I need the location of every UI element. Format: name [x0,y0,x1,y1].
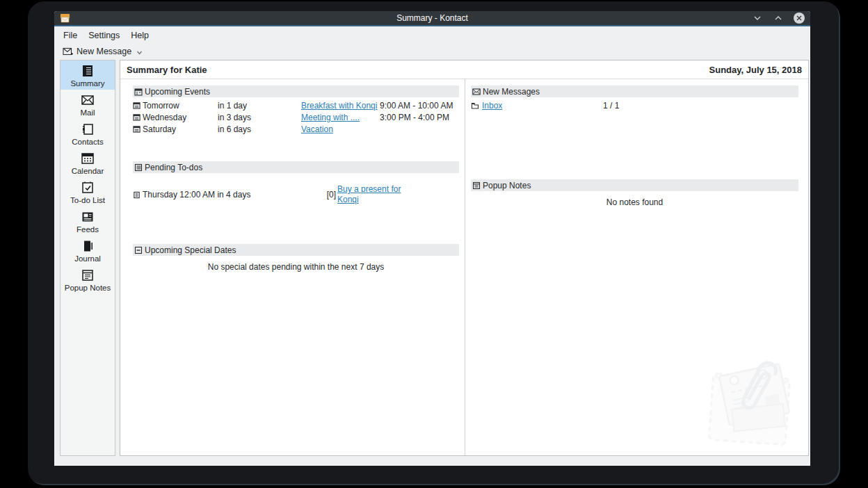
calendar-icon [133,113,140,121]
todo-list-icon [80,180,95,195]
summary-icon [80,63,95,79]
event-relative: in 1 day [218,101,301,111]
event-row: Wednesday in 3 days Meeting with .... 3:… [133,111,459,123]
popup-notes-empty: No notes found [471,197,798,207]
window-controls [752,13,805,24]
sidebar-item-label: Calendar [72,167,104,175]
current-date: Sunday, July 15, 2018 [709,65,802,75]
sidebar-item-label: Mail [80,108,95,117]
todo-link[interactable]: Buy a present for Konqi [337,184,403,205]
special-dates-icon [134,246,143,254]
chevron-down-icon [753,15,762,21]
sidebar: Summary Mail Contacts Calendar [60,60,115,456]
new-message-label: New Message [77,47,131,56]
journal-icon [80,238,95,254]
upcoming-events-header: Upcoming Events [133,86,459,97]
event-relative: in 3 days [218,113,301,122]
event-time: 9:00 AM - 10:00 AM [380,101,459,111]
special-dates-empty: No special dates pending within the next… [133,262,459,272]
note-icon [472,181,481,190]
sidebar-item-calendar[interactable]: Calendar [61,148,115,177]
popup-notes-header: Popup Notes [471,179,798,191]
contacts-icon [80,122,95,137]
close-button[interactable] [794,13,805,24]
sidebar-item-todo-list[interactable]: To-do List [61,177,115,206]
folder-icon [471,101,479,110]
inbox-link[interactable]: Inbox [482,101,502,111]
sidebar-item-label: Feeds [77,225,99,234]
feeds-icon [80,209,95,225]
left-column: Upcoming Events Tomorrow in 1 day Breakf… [120,79,465,455]
menu-file[interactable]: File [58,29,83,42]
calendar-icon [133,125,140,133]
new-message-button[interactable]: New Message [60,45,145,58]
window-title: Summary - Kontact [54,13,810,23]
message-row: Inbox 1 / 1 [471,99,798,111]
titlebar: Summary - Kontact [54,11,810,26]
right-column: New Messages Inbox 1 / 1 [465,79,808,455]
journal-icon [133,191,140,199]
sidebar-item-summary[interactable]: Summary [61,60,115,90]
page-title: Summary for Katie [127,65,207,75]
summary-header: Summary for Katie Sunday, July 15, 2018 [120,60,808,79]
todo-row: Thursday 12:00 AM in 4 days [0] Buy a pr… [133,184,459,205]
special-dates-header: Upcoming Special Dates [133,244,459,256]
mail-icon [472,88,481,96]
sidebar-item-contacts[interactable]: Contacts [61,119,115,148]
dropdown-chevron-icon [136,51,143,55]
event-day: Tomorrow [143,101,179,111]
event-link[interactable]: Breakfast with Konqi [301,101,380,111]
pending-todos-header: Pending To-dos [133,161,459,173]
sidebar-item-journal[interactable]: Journal [61,236,115,265]
event-link[interactable]: Vacation [301,124,380,134]
popup-notes-icon [80,268,95,283]
event-link[interactable]: Meeting with .... [301,113,380,122]
menu-settings[interactable]: Settings [83,29,125,42]
message-count: 1 / 1 [603,101,798,111]
menu-help[interactable]: Help [125,29,154,42]
sidebar-item-label: To-do List [70,196,105,204]
event-day: Saturday [143,124,176,134]
chevron-up-icon [774,15,782,21]
minimize-button[interactable] [752,13,763,24]
todo-icon [134,163,143,172]
maximize-button[interactable] [773,13,784,24]
sidebar-item-mail[interactable]: Mail [61,90,115,119]
section-title: Pending To-dos [145,163,202,172]
section-title: New Messages [483,87,540,97]
section-title: Upcoming Special Dates [145,245,236,255]
sidebar-item-label: Popup Notes [65,284,111,292]
event-row: Tomorrow in 1 day Breakfast with Konqi 9… [133,99,459,111]
section-title: Upcoming Events [145,87,210,97]
event-relative: in 6 days [218,124,301,134]
sidebar-item-label: Contacts [72,138,103,146]
kontact-window: Summary - Kontact File [54,11,810,466]
event-time: 3:00 PM - 4:00 PM [380,113,459,122]
todo-priority-badge: [0] [322,190,337,200]
calendar-icon [80,151,95,166]
new-message-icon [63,47,73,56]
event-day: Wednesday [143,113,186,122]
todo-when: Thursday 12:00 AM in 4 days [143,190,250,200]
close-icon [796,15,802,21]
calendar-icon [133,101,140,109]
calendar-icon [134,88,143,96]
upcoming-events-list: Tomorrow in 1 day Breakfast with Konqi 9… [133,99,459,135]
sidebar-item-label: Journal [74,254,101,263]
mail-icon [80,92,95,108]
sidebar-item-feeds[interactable]: Feeds [61,206,115,236]
event-row: Saturday in 6 days Vacation [133,123,459,135]
menubar: File Settings Help [54,28,810,43]
summary-panel: Summary for Katie Sunday, July 15, 2018 … [120,60,809,456]
sidebar-item-popup-notes[interactable]: Popup Notes [61,265,115,294]
toolbar: New Message [54,43,810,60]
sidebar-item-label: Summary [70,79,104,88]
new-messages-header: New Messages [471,86,798,97]
section-title: Popup Notes [483,181,531,190]
